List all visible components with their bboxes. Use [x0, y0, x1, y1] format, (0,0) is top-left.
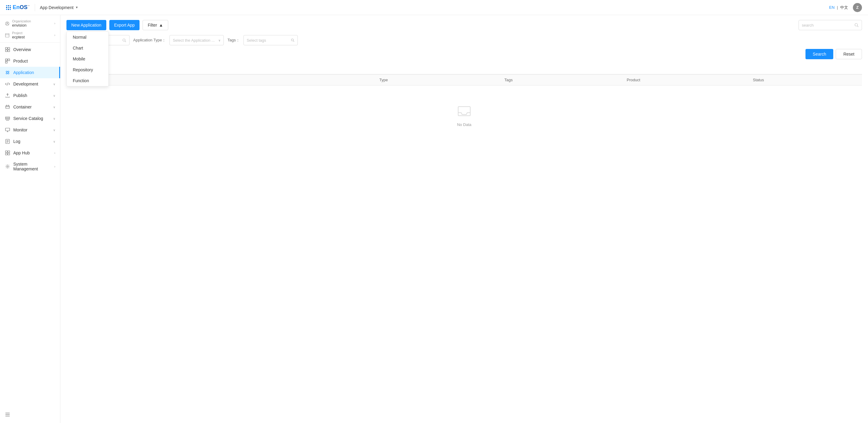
dropdown-item-repository[interactable]: Repository [67, 64, 108, 75]
org-selector[interactable]: Organization envision › [0, 18, 60, 29]
sidebar-item-container[interactable]: Container ∨ [0, 101, 60, 113]
development-icon [5, 81, 10, 87]
svg-point-14 [6, 73, 7, 74]
reset-button[interactable]: Reset [836, 49, 862, 59]
sidebar-item-overview[interactable]: Overview [0, 44, 60, 55]
dropdown-item-chart[interactable]: Chart [67, 42, 108, 54]
svg-rect-36 [5, 153, 7, 155]
sidebar-label-app-hub: App Hub [13, 150, 51, 155]
app-selector-label: App Development [40, 5, 73, 10]
lang-en[interactable]: EN [829, 5, 835, 10]
filter-button[interactable]: Filter ▲ [143, 20, 168, 30]
empty-state: No Data [66, 86, 862, 145]
overview-icon [5, 47, 10, 52]
sidebar-item-publish[interactable]: Publish ∨ [0, 90, 60, 101]
user-avatar[interactable]: Z [853, 3, 862, 12]
svg-rect-9 [8, 59, 10, 61]
sidebar-item-monitor[interactable]: Monitor ∨ [0, 124, 60, 135]
export-app-button[interactable]: Export App [109, 20, 140, 30]
sidebar-item-application[interactable]: Application [0, 67, 60, 78]
nav-divider [35, 4, 35, 11]
project-value: ecptest [12, 35, 52, 39]
project-icon [5, 33, 10, 38]
sidebar-item-development[interactable]: Development ∨ [0, 78, 60, 90]
lang-switch[interactable]: EN | 中文 [829, 5, 848, 10]
sidebar-label-development: Development [13, 82, 50, 86]
org-label: Organization [12, 19, 52, 23]
svg-line-47 [293, 41, 294, 42]
system-management-icon [5, 164, 10, 169]
svg-point-22 [6, 105, 7, 106]
svg-rect-21 [6, 106, 9, 109]
logo-dot [8, 5, 9, 6]
app-type-select[interactable]: Select the Application ... ∨ [169, 35, 224, 45]
chevron-right-icon: › [54, 151, 55, 155]
search-button[interactable]: Search [805, 49, 833, 59]
logo-dot [10, 7, 11, 8]
tags-select[interactable]: Select tags [243, 35, 298, 45]
svg-point-42 [855, 24, 858, 26]
search-box[interactable] [799, 20, 862, 30]
logo-dot [8, 7, 9, 8]
sidebar-item-app-hub[interactable]: App Hub › [0, 147, 60, 159]
product-icon [5, 58, 10, 64]
filter-actions: Search Reset [805, 49, 862, 59]
app-header: EnOS™ App Development ▼ EN | 中文 Z [0, 0, 868, 15]
svg-point-46 [291, 39, 293, 41]
empty-inbox-icon [457, 103, 472, 119]
tags-label: Tags： [227, 37, 240, 43]
svg-rect-7 [8, 50, 10, 52]
container-icon [5, 104, 10, 110]
project-label: Project [12, 31, 52, 35]
svg-rect-25 [5, 118, 10, 119]
chevron-down-icon: ∨ [53, 117, 55, 120]
main-content: New Application Normal Chart Mobile Repo… [60, 15, 868, 423]
sidebar-item-product[interactable]: Product [0, 55, 60, 67]
search-icon [291, 38, 294, 42]
sidebar-item-system-management[interactable]: System Management › [0, 159, 60, 174]
application-icon [5, 70, 10, 75]
chevron-down-icon: ∨ [53, 105, 55, 109]
svg-line-43 [858, 26, 859, 27]
project-selector[interactable]: Project ecptest › [0, 29, 60, 41]
log-icon [5, 139, 10, 144]
svg-rect-37 [8, 153, 10, 155]
svg-rect-8 [5, 59, 7, 61]
chevron-down-icon: ▼ [75, 6, 78, 9]
sidebar-label-system-management: System Management [13, 162, 51, 171]
sidebar-item-log[interactable]: Log ∨ [0, 135, 60, 147]
logo: EnOS™ [6, 4, 30, 10]
dropdown-item-normal[interactable]: Normal [67, 32, 108, 42]
svg-rect-34 [5, 151, 7, 153]
empty-text: No Data [457, 122, 471, 127]
svg-rect-35 [8, 151, 10, 153]
svg-point-12 [6, 71, 7, 72]
service-catalog-icon [5, 116, 10, 121]
sidebar-label-application: Application [13, 70, 54, 75]
svg-point-1 [7, 22, 8, 24]
sidebar-label-monitor: Monitor [13, 127, 50, 132]
search-input[interactable] [802, 23, 852, 28]
svg-point-44 [123, 39, 125, 41]
app-selector[interactable]: App Development ▼ [40, 5, 78, 10]
new-application-button[interactable]: New Application [66, 20, 106, 30]
col-header-type: Type [321, 78, 446, 82]
dropdown-item-function[interactable]: Function [67, 75, 108, 86]
col-header-status: Status [696, 78, 821, 82]
logo-icon [6, 5, 11, 10]
svg-rect-2 [5, 34, 9, 37]
table-header: Type Tags Product Status [66, 74, 862, 86]
tags-select-text: Select tags [247, 38, 289, 42]
sidebar-label-log: Log [13, 139, 50, 144]
svg-point-38 [7, 166, 8, 168]
dropdown-item-mobile[interactable]: Mobile [67, 54, 108, 64]
lang-zh[interactable]: 中文 [840, 5, 848, 10]
sidebar-bottom-icon[interactable] [5, 412, 10, 418]
header-left: EnOS™ App Development ▼ [6, 4, 78, 11]
header-right: EN | 中文 Z [829, 3, 862, 12]
sidebar-label-service-catalog: Service Catalog [13, 116, 50, 121]
svg-rect-27 [5, 128, 10, 131]
svg-point-23 [8, 105, 9, 106]
svg-rect-24 [5, 117, 10, 118]
sidebar-item-service-catalog[interactable]: Service Catalog ∨ [0, 113, 60, 124]
